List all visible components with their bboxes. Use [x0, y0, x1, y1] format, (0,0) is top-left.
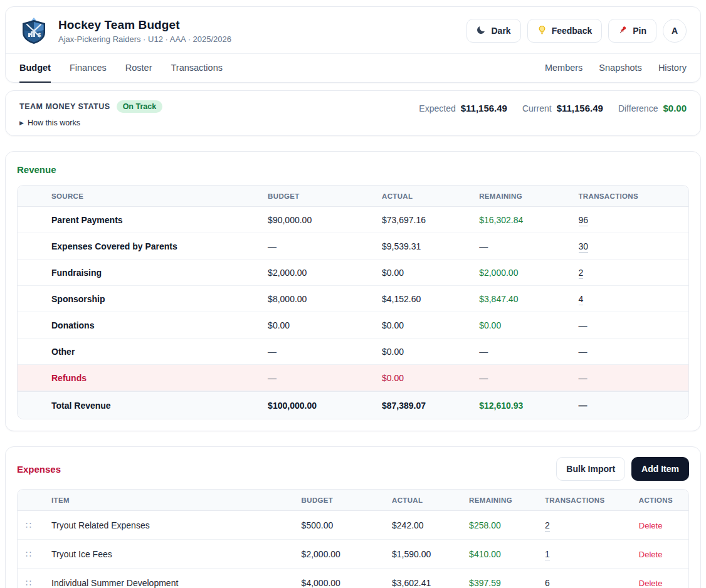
delete-button[interactable]: Delete: [639, 550, 663, 559]
tab-finances[interactable]: Finances: [70, 54, 107, 83]
expenses-section: Expenses Bulk Import Add Item ITEM BUDGE…: [5, 446, 701, 588]
hockey-shield-logo: $: [19, 16, 48, 45]
nav-tabs: Budget Finances Roster Transactions Memb…: [6, 53, 700, 82]
delete-button[interactable]: Delete: [639, 579, 663, 588]
transactions-link[interactable]: 2: [579, 268, 584, 279]
table-row: Other — $0.00 — —: [18, 339, 688, 365]
metric-current: Current $11,156.49: [522, 103, 603, 113]
team-money-status-card: TEAM MONEY STATUS On Track ▶ How this wo…: [5, 90, 701, 136]
header-actions: Dark Feedback: [466, 19, 687, 43]
tab-transactions[interactable]: Transactions: [171, 54, 223, 83]
status-badge: On Track: [117, 100, 163, 113]
user-avatar[interactable]: A: [663, 19, 687, 43]
pin-button[interactable]: Pin: [608, 19, 656, 43]
tab-budget[interactable]: Budget: [19, 54, 51, 83]
transactions-link[interactable]: 96: [579, 215, 589, 226]
table-row: ∷ Tryout Ice Fees $2,000.00 $1,590.00 $4…: [18, 540, 688, 569]
status-metrics: Expected $11,156.49 Current $11,156.49 D…: [419, 100, 687, 127]
metric-expected: Expected $11,156.49: [419, 103, 507, 113]
how-this-works-expander[interactable]: ▶ How this works: [19, 118, 162, 127]
lightbulb-icon: [537, 25, 547, 36]
feedback-button[interactable]: Feedback: [527, 19, 603, 43]
table-row: Expenses Covered by Parents — $9,539.31 …: [18, 233, 688, 260]
title-block: Hockey Team Budget Ajax-Pickering Raider…: [58, 18, 231, 44]
revenue-title: Revenue: [17, 164, 56, 175]
transactions-link[interactable]: 2: [545, 520, 550, 532]
transactions-link[interactable]: 4: [579, 294, 584, 305]
table-row: ∷ Tryout Related Expenses $500.00 $242.0…: [18, 511, 688, 540]
svg-text:$: $: [38, 32, 41, 38]
team-subtitle: Ajax-Pickering Raiders · U12 · AAA · 202…: [58, 34, 231, 44]
transactions-link[interactable]: 6: [545, 578, 550, 588]
total-revenue-row: Total Revenue $100,000.00 $87,389.07 $12…: [18, 391, 688, 419]
pushpin-icon: [618, 25, 628, 36]
moon-icon: [477, 25, 486, 36]
refunds-row: Refunds — $0.00 — —: [18, 365, 688, 391]
table-row: Parent Payments $90,000.00 $73,697.16 $1…: [18, 207, 688, 233]
header-card: $ Hockey Team Budget Ajax-Pickering Raid…: [5, 6, 701, 83]
drag-handle-icon[interactable]: ∷: [26, 578, 33, 588]
revenue-section: Revenue SOURCE BUDGET ACTUAL REMAINING T…: [5, 151, 701, 431]
revenue-table-header: SOURCE BUDGET ACTUAL REMAINING TRANSACTI…: [18, 186, 688, 207]
nav-right-group: Members Snapshots History: [545, 54, 687, 82]
drag-handle-icon[interactable]: ∷: [26, 549, 33, 559]
bulk-import-button[interactable]: Bulk Import: [556, 457, 625, 481]
table-row: ∷ Individual Summer Development $4,000.0…: [18, 569, 688, 588]
delete-button[interactable]: Delete: [639, 521, 663, 530]
page-title: Hockey Team Budget: [58, 18, 231, 32]
expenses-actions: Bulk Import Add Item: [556, 457, 689, 481]
expenses-title: Expenses: [17, 464, 61, 475]
expenses-table-header: ITEM BUDGET ACTUAL REMAINING TRANSACTION…: [18, 490, 688, 511]
header-row: $ Hockey Team Budget Ajax-Pickering Raid…: [6, 7, 700, 53]
add-item-button[interactable]: Add Item: [631, 457, 689, 481]
expenses-table: ITEM BUDGET ACTUAL REMAINING TRANSACTION…: [17, 489, 689, 588]
metric-difference: Difference $0.00: [618, 103, 687, 113]
caret-right-icon: ▶: [19, 120, 24, 126]
transactions-link[interactable]: 30: [579, 241, 589, 253]
table-row: Sponsorship $8,000.00 $4,152.60 $3,847.4…: [18, 286, 688, 312]
status-left: TEAM MONEY STATUS On Track ▶ How this wo…: [19, 100, 162, 127]
drag-handle-icon[interactable]: ∷: [26, 520, 33, 530]
revenue-table: SOURCE BUDGET ACTUAL REMAINING TRANSACTI…: [17, 185, 689, 419]
dark-mode-button[interactable]: Dark: [466, 19, 520, 43]
tab-members[interactable]: Members: [545, 54, 582, 83]
tab-history[interactable]: History: [658, 54, 687, 83]
tab-snapshots[interactable]: Snapshots: [599, 54, 642, 83]
transactions-link[interactable]: 1: [545, 549, 550, 560]
table-row: Fundraising $2,000.00 $0.00 $2,000.00 2: [18, 260, 688, 286]
status-label: TEAM MONEY STATUS: [19, 102, 110, 111]
tab-roster[interactable]: Roster: [125, 54, 152, 83]
nav-left-group: Budget Finances Roster Transactions: [19, 54, 223, 82]
table-row: Donations $0.00 $0.00 $0.00 —: [18, 312, 688, 339]
